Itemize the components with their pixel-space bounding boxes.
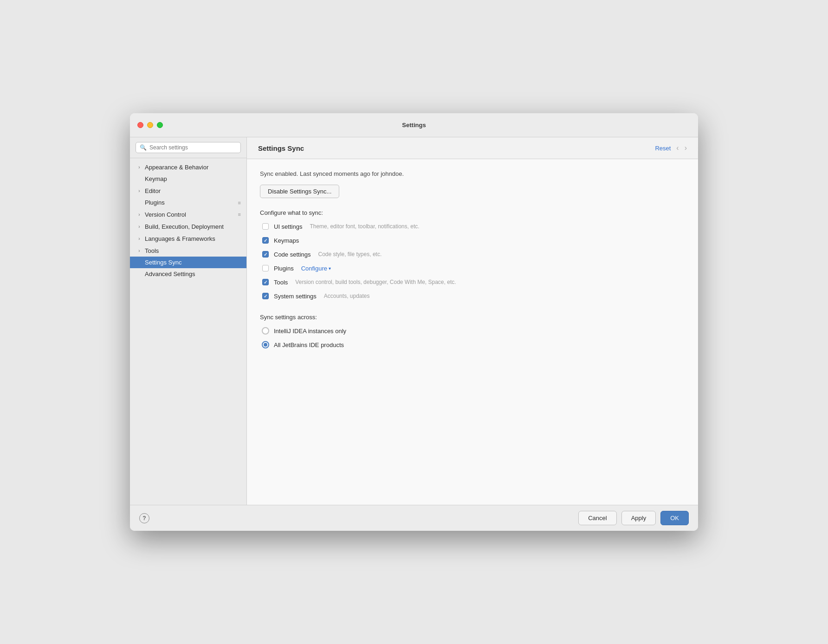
- checkbox-code-settings[interactable]: [262, 251, 269, 258]
- option-desc-tools: Version control, build tools, debugger, …: [295, 279, 456, 285]
- chevron-right-icon: ›: [136, 211, 143, 218]
- titlebar: Settings: [130, 113, 698, 137]
- option-label-plugins: Plugins: [274, 265, 294, 272]
- cancel-button[interactable]: Cancel: [578, 511, 616, 525]
- sidebar-item-label: Plugins: [145, 199, 238, 206]
- sidebar-item-label: Languages & Frameworks: [145, 235, 241, 242]
- sidebar: 🔍 ›Appearance & BehaviorKeymap›EditorPlu…: [130, 137, 247, 505]
- search-box: 🔍: [130, 137, 246, 158]
- chevron-right-icon: ›: [136, 163, 143, 171]
- forward-arrow-icon[interactable]: ›: [685, 144, 687, 152]
- radio-option-intellij-only[interactable]: IntelliJ IDEA instances only: [262, 327, 685, 335]
- footer-left: ?: [139, 513, 149, 523]
- sidebar-item-languages-frameworks[interactable]: ›Languages & Frameworks: [130, 232, 246, 245]
- option-label-code-settings: Code settings: [274, 251, 311, 258]
- chevron-right-icon: ›: [136, 223, 143, 230]
- chevron-down-icon: ▾: [329, 266, 331, 271]
- search-icon: 🔍: [140, 144, 147, 151]
- sidebar-item-tools[interactable]: ›Tools: [130, 245, 246, 257]
- checkbox-keymaps[interactable]: [262, 237, 269, 244]
- apply-button[interactable]: Apply: [621, 511, 656, 525]
- checkbox-plugins[interactable]: [262, 265, 269, 271]
- sidebar-item-icon-right: ≡: [238, 200, 241, 206]
- sync-option-ui-settings: UI settingsTheme, editor font, toolbar, …: [262, 223, 685, 230]
- sidebar-item-build-execution-deployment[interactable]: ›Build, Execution, Deployment: [130, 220, 246, 232]
- radio-options: IntelliJ IDEA instances onlyAll JetBrain…: [262, 327, 685, 348]
- option-label-ui-settings: UI settings: [274, 223, 302, 230]
- search-wrapper[interactable]: 🔍: [136, 142, 241, 153]
- main-body: Sync enabled. Last synced moments ago fo…: [247, 159, 698, 505]
- sidebar-item-advanced-settings[interactable]: Advanced Settings: [130, 268, 246, 280]
- sidebar-item-appearance-behavior[interactable]: ›Appearance & Behavior: [130, 161, 246, 173]
- sync-across-label: Sync settings across:: [260, 314, 685, 321]
- checkbox-ui-settings[interactable]: [262, 223, 269, 230]
- option-desc-code-settings: Code style, file types, etc.: [318, 251, 382, 258]
- sidebar-item-keymap[interactable]: Keymap: [130, 173, 246, 185]
- maximize-button[interactable]: [157, 122, 163, 128]
- radio-all-jetbrains[interactable]: [262, 341, 269, 348]
- option-label-tools: Tools: [274, 279, 288, 286]
- sidebar-item-plugins[interactable]: Plugins≡: [130, 197, 246, 208]
- radio-option-all-jetbrains[interactable]: All JetBrains IDE products: [262, 341, 685, 348]
- option-label-system-settings: System settings: [274, 293, 317, 300]
- sync-across-section: Sync settings across: IntelliJ IDEA inst…: [260, 314, 685, 348]
- footer-right: Cancel Apply OK: [578, 511, 689, 525]
- sidebar-item-label: Build, Execution, Deployment: [145, 223, 241, 230]
- sidebar-item-label: Advanced Settings: [145, 270, 241, 277]
- chevron-right-icon: ›: [136, 235, 143, 242]
- sync-option-plugins: PluginsConfigure ▾: [262, 264, 685, 272]
- radio-intellij-only[interactable]: [262, 327, 269, 335]
- page-title: Settings Sync: [258, 144, 304, 152]
- checkbox-system-settings[interactable]: [262, 293, 269, 299]
- help-button[interactable]: ?: [139, 513, 149, 523]
- footer: ? Cancel Apply OK: [130, 505, 698, 531]
- reset-button[interactable]: Reset: [655, 145, 671, 152]
- close-button[interactable]: [137, 122, 143, 128]
- sync-options: UI settingsTheme, editor font, toolbar, …: [262, 223, 685, 300]
- window-title: Settings: [402, 122, 426, 129]
- search-input[interactable]: [149, 144, 237, 151]
- option-desc-ui-settings: Theme, editor font, toolbar, notificatio…: [310, 223, 419, 230]
- radio-label-intellij-only: IntelliJ IDEA instances only: [274, 328, 346, 335]
- configure-section-label: Configure what to sync:: [260, 209, 685, 216]
- sidebar-item-label: Version Control: [145, 211, 238, 218]
- configure-link-plugins[interactable]: Configure ▾: [301, 265, 331, 272]
- main-content: Settings Sync Reset ‹ › Sync enabled. La…: [247, 137, 698, 505]
- header-actions: Reset ‹ ›: [655, 144, 687, 152]
- checkbox-tools[interactable]: [262, 279, 269, 285]
- sidebar-item-label: Editor: [145, 187, 241, 194]
- chevron-right-icon: ›: [136, 247, 143, 254]
- sidebar-item-label: Keymap: [145, 175, 241, 182]
- sidebar-nav: ›Appearance & BehaviorKeymap›EditorPlugi…: [130, 158, 246, 505]
- chevron-right-icon: ›: [136, 187, 143, 194]
- sync-option-keymaps: Keymaps: [262, 237, 685, 244]
- sync-option-tools: ToolsVersion control, build tools, debug…: [262, 278, 685, 286]
- minimize-button[interactable]: [147, 122, 153, 128]
- sync-option-code-settings: Code settingsCode style, file types, etc…: [262, 251, 685, 258]
- settings-window: Settings 🔍 ›Appearance & BehaviorKeymap›…: [130, 113, 698, 531]
- radio-label-all-jetbrains: All JetBrains IDE products: [274, 341, 344, 348]
- traffic-lights: [137, 122, 163, 128]
- option-label-keymaps: Keymaps: [274, 237, 299, 244]
- disable-sync-button[interactable]: Disable Settings Sync...: [260, 185, 339, 198]
- option-desc-system-settings: Accounts, updates: [324, 293, 370, 299]
- back-arrow-icon[interactable]: ‹: [676, 144, 679, 152]
- main-header: Settings Sync Reset ‹ ›: [247, 137, 698, 159]
- ok-button[interactable]: OK: [660, 511, 689, 525]
- sync-status-text: Sync enabled. Last synced moments ago fo…: [260, 170, 685, 177]
- content-area: 🔍 ›Appearance & BehaviorKeymap›EditorPlu…: [130, 137, 698, 505]
- sidebar-item-editor[interactable]: ›Editor: [130, 185, 246, 197]
- sidebar-item-icon-right: ≡: [238, 212, 241, 217]
- sidebar-item-label: Tools: [145, 247, 241, 254]
- sidebar-item-version-control[interactable]: ›Version Control≡: [130, 208, 246, 220]
- sidebar-item-settings-sync[interactable]: Settings Sync: [130, 257, 246, 268]
- sidebar-item-label: Settings Sync: [145, 259, 241, 266]
- sidebar-item-label: Appearance & Behavior: [145, 164, 241, 171]
- sync-option-system-settings: System settingsAccounts, updates: [262, 292, 685, 300]
